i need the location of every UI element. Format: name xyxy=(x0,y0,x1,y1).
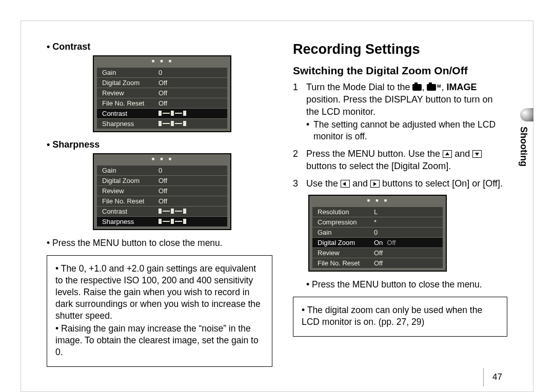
lcd-mode-icons: ■ ■ ■ xyxy=(94,58,230,64)
slider-icon xyxy=(159,209,186,214)
lcd-row: ReviewOff xyxy=(312,248,443,258)
lcd-row-highlighted: Contrast xyxy=(97,109,227,118)
info-bullet: The 0, +1.0 and +2.0 gain settings are e… xyxy=(55,263,264,322)
slider-icon xyxy=(159,111,186,116)
lcd-row: Gain0 xyxy=(97,68,227,77)
lcd-row: Sharpness xyxy=(97,119,227,129)
down-arrow-icon xyxy=(472,150,482,158)
steps-list: Turn the Mode Dial to the , , IMAGE posi… xyxy=(293,81,507,190)
left-column: Contrast ■ ■ ■ Gain0 Digital ZoomOff Rev… xyxy=(47,42,272,391)
sharpness-label: Sharpness xyxy=(47,139,272,150)
tab-bullet-icon xyxy=(520,108,533,121)
lcd-row: Digital ZoomOff xyxy=(97,78,227,88)
page-subtitle: Switching the Digital Zoom On/Off xyxy=(293,65,507,77)
lcd-row: Gain0 xyxy=(97,166,227,175)
camera-m-icon xyxy=(427,84,436,91)
step-1: Turn the Mode Dial to the , , IMAGE posi… xyxy=(293,81,507,142)
manual-page: Contrast ■ ■ ■ Gain0 Digital ZoomOff Rev… xyxy=(21,20,533,392)
lcd-row: Digital ZoomOff xyxy=(97,176,227,185)
camera-icon xyxy=(412,84,422,91)
close-menu-note: Press the MENU button to close the menu. xyxy=(306,279,507,291)
section-tab: Shooting xyxy=(518,108,533,164)
lcd-row: Gain0 xyxy=(312,228,443,237)
step-1-note: The setting cannot be adjusted when the … xyxy=(306,119,507,142)
lcd-row: Compression* xyxy=(312,217,443,227)
step-2: Press the MENU button. Use the and butto… xyxy=(293,148,507,172)
info-box-gain: The 0, +1.0 and +2.0 gain settings are e… xyxy=(47,255,272,367)
lcd-row: Contrast xyxy=(97,207,227,216)
page-divider xyxy=(483,368,484,386)
info-bullet: The digital zoom can only be used when t… xyxy=(302,304,499,328)
right-arrow-icon xyxy=(370,180,380,188)
up-arrow-icon xyxy=(443,150,452,158)
contrast-label: Contrast xyxy=(47,42,272,52)
page-title: Recording Settings xyxy=(293,42,507,57)
lcd-mode-icons: ■ ■ ■ xyxy=(309,198,446,203)
lcd-row: ResolutionL xyxy=(312,207,443,217)
lcd-row-highlighted: Sharpness xyxy=(97,217,227,226)
image-mode-label: IMAGE xyxy=(447,82,477,92)
step-3: Use the and buttons to select [On] or [O… xyxy=(293,177,507,190)
right-column: Recording Settings Switching the Digital… xyxy=(293,42,507,391)
lcd-row: File No. ResetOff xyxy=(312,258,443,268)
lcd-screenshot-contrast: ■ ■ ■ Gain0 Digital ZoomOff ReviewOff Fi… xyxy=(93,55,231,132)
lcd-row: File No. ResetOff xyxy=(97,98,227,108)
lcd-row-highlighted: Digital ZoomOnOff xyxy=(312,238,443,247)
lcd-row: File No. ResetOff xyxy=(97,196,227,206)
lcd-row: ReviewOff xyxy=(97,88,227,98)
close-menu-note: Press the MENU button to close the menu. xyxy=(47,237,272,249)
lcd-screenshot-sharpness: ■ ■ ■ Gain0 Digital ZoomOff ReviewOff Fi… xyxy=(93,153,231,230)
slider-icon xyxy=(159,219,186,224)
lcd-screenshot-digital-zoom: ■ ■ ■ ResolutionL Compression* Gain0 Dig… xyxy=(308,195,447,272)
lcd-row: ReviewOff xyxy=(97,186,227,196)
tab-label: Shooting xyxy=(518,127,529,167)
left-arrow-icon xyxy=(341,180,350,188)
slider-icon xyxy=(159,121,186,126)
page-number: 47 xyxy=(492,372,502,382)
info-box-digital-zoom: The digital zoom can only be used when t… xyxy=(293,297,507,337)
lcd-mode-icons: ■ ■ ■ xyxy=(94,156,230,161)
info-bullet: Raising the gain may increase the “noise… xyxy=(55,323,264,358)
